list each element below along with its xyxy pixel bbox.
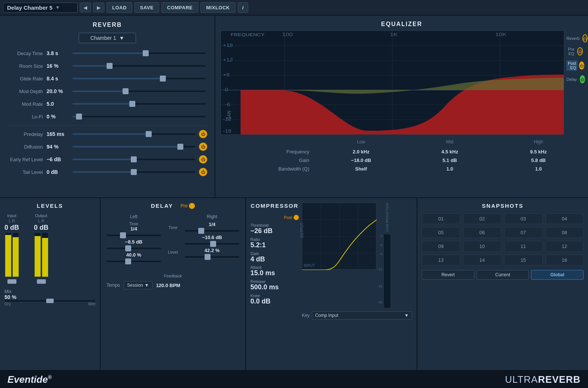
delay-left-level: −8.5 dB	[107, 239, 161, 245]
tempo-mode-selector[interactable]: Session ▼	[124, 281, 152, 289]
eq-bw-low: Shelf	[317, 165, 405, 173]
taillevel-value: 0 dB	[47, 169, 71, 175]
load-button[interactable]: LOAD	[107, 2, 132, 13]
delay-left-feedback: 40.0 %	[107, 252, 161, 258]
comp-title: COMPRESSOR	[251, 203, 298, 209]
prev-preset-button[interactable]: ◀	[80, 3, 91, 12]
current-button[interactable]: Current	[477, 270, 529, 280]
delay-right-time-slider[interactable]	[185, 230, 239, 232]
input-label: Input	[7, 213, 16, 218]
input-value: 0 dB	[4, 224, 19, 232]
predelay-power-button[interactable]: ⏻	[199, 130, 207, 138]
comp-power-icon	[294, 215, 299, 220]
param-row-gliderate: Glide Rate 8.4 s	[7, 74, 207, 83]
eq-bw-mid: 1.0	[405, 165, 494, 173]
snapshot-12[interactable]: 12	[546, 241, 584, 252]
reverb-params: Decay Time 3.8 s Room Size 16 %	[7, 48, 207, 121]
delay-left-feedback-slider[interactable]	[107, 261, 161, 262]
snapshot-07[interactable]: 07	[504, 227, 543, 238]
earlyref-slider[interactable]	[72, 159, 195, 160]
key-selector[interactable]: Comp Input ▼	[312, 311, 412, 319]
snapshot-08[interactable]: 08	[546, 227, 584, 238]
eq-graph[interactable]: +18 +12 +6 0 -6 -12 -18 100 1K 10K FREQU…	[221, 31, 564, 135]
delay-left-level-slider[interactable]	[107, 248, 161, 249]
snapshot-04[interactable]: 04	[546, 213, 584, 224]
earlyref-value: −6 dB	[47, 156, 71, 162]
snapshot-09[interactable]: 09	[422, 241, 460, 252]
delay-pre-post-button[interactable]: Pre	[180, 203, 195, 209]
predelay-slider[interactable]	[72, 133, 195, 135]
eq-posteq-power-button[interactable]: ⏻	[579, 61, 584, 70]
delay-left-time-slider[interactable]	[107, 235, 161, 236]
eq-preeq-power-button[interactable]: ⏻	[577, 47, 583, 55]
info-button[interactable]: i	[238, 2, 248, 13]
modrate-value: 5.0	[47, 101, 71, 107]
snapshot-05[interactable]: 05	[422, 227, 460, 238]
lofi-slider[interactable]	[72, 116, 206, 117]
diffusion-power-button[interactable]: ⏻	[199, 143, 207, 151]
meter-label-3: -3	[379, 243, 382, 247]
snapshot-actions: Revert Current Global	[422, 270, 584, 280]
snapshot-16[interactable]: 16	[546, 255, 584, 265]
snapshot-11[interactable]: 11	[504, 241, 543, 252]
earlyref-power-button[interactable]: ⏻	[199, 155, 207, 163]
knee-value: 0.0 dB	[250, 298, 299, 305]
diffusion-slider[interactable]	[72, 146, 195, 147]
input-fader[interactable]	[7, 279, 16, 284]
reverb-text: REVERB	[538, 374, 581, 385]
delay-left-label: Left	[107, 214, 161, 219]
gliderate-slider[interactable]	[72, 78, 206, 79]
comp-graph[interactable]: INPUT	[302, 203, 376, 270]
snapshot-02[interactable]: 02	[463, 213, 502, 224]
taillevel-power-button[interactable]: ⏻	[199, 168, 207, 176]
preset-selector[interactable]: Delay Chamber 5 ▼	[3, 3, 78, 13]
eq-freq-high: 9.5 kHz	[494, 147, 583, 156]
eq-reverb-row: Reverb ⏻	[566, 34, 583, 42]
moddepth-slider[interactable]	[72, 90, 206, 92]
decay-value: 3.8 s	[47, 50, 71, 56]
comp-output-axis-label: OUTPUT	[300, 223, 304, 238]
delay-right-label: Right	[185, 214, 239, 219]
param-row-moddepth: Mod Depth 20.0 %	[7, 86, 207, 96]
top-bar: Delay Chamber 5 ▼ ◀ ▶ LOAD SAVE COMPARE …	[0, 0, 588, 16]
snapshot-14[interactable]: 14	[463, 255, 502, 265]
param-row-diffusion: Diffusion 94 % ⏻	[7, 142, 207, 152]
compressor-panel: COMPRESSOR Post Threshold −26 dB Ratio 5…	[246, 198, 417, 370]
revert-button[interactable]: Revert	[422, 270, 474, 280]
eq-reverb-power-button[interactable]: ⏻	[582, 34, 588, 42]
compare-button[interactable]: COMPARE	[161, 2, 198, 13]
delay-tempo-row: Tempo Session ▼ 120.0 BPM	[107, 281, 239, 289]
output-fader[interactable]	[37, 279, 46, 284]
snapshots-panel: SNAPSHOTS 01 02 03 04 05 06 07 08 09 10 …	[417, 198, 588, 370]
save-button[interactable]: SAVE	[135, 2, 159, 13]
mixlock-button[interactable]: MIXLOCK	[200, 2, 235, 13]
snapshot-01[interactable]: 01	[422, 213, 460, 224]
roomsize-slider[interactable]	[72, 65, 206, 67]
snapshot-13[interactable]: 13	[422, 255, 460, 265]
delay-right-level-slider[interactable]	[185, 243, 239, 245]
snapshot-10[interactable]: 10	[463, 241, 502, 252]
eq-panel: EQUALIZER	[215, 16, 588, 197]
eq-freq-mid: 4.5 kHz	[405, 147, 494, 156]
snapshot-06[interactable]: 06	[463, 227, 502, 238]
delay-pre-label: Pre	[180, 203, 187, 209]
gain-label: Gain	[250, 251, 299, 256]
snapshot-15[interactable]: 15	[504, 255, 543, 265]
taillevel-label: Tail Level	[7, 169, 47, 175]
comp-post-label: Post	[284, 215, 292, 220]
eq-posteq-row: Post EQ ⏻	[566, 60, 583, 71]
snapshot-03[interactable]: 03	[504, 213, 543, 224]
eq-delay-power-button[interactable]: ⏻	[580, 75, 585, 83]
gain-value: 4 dB	[250, 256, 299, 263]
global-button[interactable]: Global	[531, 270, 584, 280]
eq-title: EQUALIZER	[221, 21, 583, 28]
reverb-type-selector[interactable]: Chamber 1 ▼	[79, 33, 136, 43]
next-preset-button[interactable]: ▶	[93, 3, 104, 12]
modrate-slider[interactable]	[72, 103, 206, 105]
mix-slider[interactable]	[4, 300, 95, 302]
taillevel-slider[interactable]	[72, 171, 195, 173]
decay-slider[interactable]	[72, 53, 206, 54]
tempo-bpm: 120.0 BPM	[156, 283, 180, 288]
comp-graph-wrapper: INPUT OUTPUT	[302, 203, 376, 270]
delay-right-feedback-slider[interactable]	[185, 256, 239, 258]
